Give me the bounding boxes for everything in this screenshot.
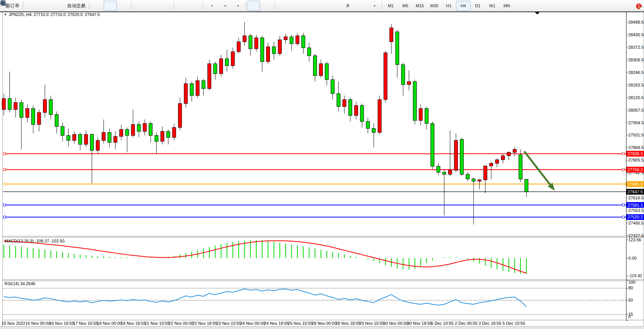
cursor-button[interactable]	[247, 1, 260, 11]
svg-text:1 Dec 10:55: 1 Dec 10:55	[431, 321, 453, 326]
profile-button[interactable]	[25, 1, 38, 11]
market-watch-button[interactable]	[38, 1, 51, 11]
svg-text:21 Nov 10:55: 21 Nov 10:55	[145, 321, 169, 326]
svg-text:28246.5: 28246.5	[628, 70, 644, 75]
svg-text:27838.3: 27838.3	[628, 151, 643, 156]
svg-text:0.00: 0.00	[628, 256, 636, 260]
periods-button[interactable]: ▼	[218, 1, 231, 11]
chart-plot-area[interactable]	[3, 16, 626, 236]
rsi-label: RSI(14) 34.2646	[5, 281, 35, 286]
timeframe-button-M1[interactable]: M1	[384, 1, 398, 11]
trendline-button[interactable]	[302, 1, 315, 11]
timeframe-button-H1[interactable]: H1	[442, 1, 456, 11]
divider	[89, 2, 89, 10]
svg-text:28435.5: 28435.5	[628, 32, 644, 37]
svg-text:27758.3: 27758.3	[628, 167, 643, 172]
timeframe-button-W1[interactable]: W1	[485, 1, 499, 11]
svg-text:24 Nov 00:00: 24 Nov 00:00	[240, 321, 265, 326]
svg-text:30 Nov 00:00: 30 Nov 00:00	[383, 321, 408, 326]
zoom-in-button[interactable]	[133, 1, 146, 11]
zoom-out-button[interactable]	[146, 1, 159, 11]
autotrading-button[interactable]: 自动交易	[64, 1, 87, 11]
svg-text:30 Nov 18:55: 30 Nov 18:55	[407, 321, 432, 326]
svg-text:0: 0	[628, 314, 631, 319]
divider	[131, 2, 132, 10]
svg-text:27427.5: 27427.5	[628, 233, 644, 238]
svg-text:27581.1: 27581.1	[628, 203, 643, 207]
divider	[203, 2, 203, 10]
divider	[173, 2, 174, 10]
horizontal-line-button[interactable]	[289, 1, 302, 11]
bar-chart-button[interactable]	[91, 1, 104, 11]
autotrading-label: 自动交易	[67, 3, 85, 9]
svg-text:25 Nov 10:55: 25 Nov 10:55	[288, 321, 313, 326]
svg-text:27931.5: 27931.5	[628, 133, 644, 137]
main-toolbar: 新订单 自动交易	[0, 0, 644, 12]
high-value: 27710.0	[51, 12, 66, 17]
svg-text:27520.2: 27520.2	[628, 215, 643, 219]
svg-text:27616.5: 27616.5	[628, 196, 644, 200]
add-indicator-button[interactable]: ▼	[205, 1, 218, 11]
svg-text:17 Nov 10:55: 17 Nov 10:55	[73, 321, 98, 326]
svg-text:28309.5: 28309.5	[628, 58, 644, 62]
svg-text:28183.5: 28183.5	[628, 83, 644, 87]
line-chart-button[interactable]	[117, 1, 130, 11]
fibonacci-button[interactable]: F	[328, 1, 341, 11]
collapse-triangle-icon[interactable]: ▼	[4, 13, 7, 16]
svg-text:28 Nov 00:00: 28 Nov 00:00	[312, 321, 336, 326]
svg-text:27490.5: 27490.5	[628, 221, 644, 225]
candlestick-chart-button[interactable]	[104, 1, 117, 11]
symbol-period-label: JPN225-,H4	[9, 12, 32, 17]
auto-scroll-button[interactable]	[175, 1, 188, 11]
text-icon: A	[346, 3, 350, 8]
svg-text:24 Nov 18:55: 24 Nov 18:55	[264, 321, 289, 326]
svg-text:23 Nov 10:55: 23 Nov 10:55	[216, 321, 241, 326]
chevron-down-icon: ▼	[237, 5, 239, 7]
timeframe-button-H4[interactable]: H4	[456, 1, 471, 11]
svg-text:27994.5: 27994.5	[628, 120, 644, 125]
crosshair-button[interactable]	[260, 1, 273, 11]
chart-title: ▼ JPN225-,H4 27710.0 27710.0 27620.0 276…	[4, 12, 100, 17]
svg-text:18 Nov 00:00: 18 Nov 00:00	[97, 321, 122, 326]
chart-shift-button[interactable]	[188, 1, 201, 11]
arrows-button[interactable]: ▼	[367, 1, 380, 11]
svg-text:28498.5: 28498.5	[628, 20, 644, 24]
svg-text:28057.5: 28057.5	[628, 108, 644, 112]
close-value: 27647.5	[85, 12, 100, 17]
chevron-down-icon: ▼	[211, 5, 214, 7]
svg-text:-119.42: -119.42	[628, 273, 642, 278]
low-value: 27620.0	[67, 12, 83, 17]
svg-text:28 Nov 18:55: 28 Nov 18:55	[336, 321, 360, 326]
divider	[382, 2, 382, 10]
divider	[245, 2, 246, 10]
svg-text:28120.5: 28120.5	[628, 95, 644, 100]
signals-button[interactable]	[51, 1, 64, 11]
svg-text:28372.5: 28372.5	[628, 45, 644, 50]
timeframe-button-MN[interactable]: MN	[499, 1, 514, 11]
equidistant-channel-button[interactable]: E	[315, 1, 328, 11]
svg-text:15 Nov 2022: 15 Nov 2022	[2, 321, 25, 326]
svg-text:29 Nov 10:55: 29 Nov 10:55	[360, 321, 384, 326]
timeframe-group: M1M5M15M30H1H4D1W1MN	[384, 1, 514, 11]
tile-windows-button[interactable]	[159, 1, 172, 11]
timeframe-button-M15[interactable]: M15	[413, 1, 427, 11]
text-button[interactable]: A	[341, 1, 354, 11]
svg-text:22 Nov 18:55: 22 Nov 18:55	[193, 321, 217, 326]
svg-text:2 Dec 00:00: 2 Dec 00:00	[455, 321, 477, 326]
text-label-button[interactable]: T	[354, 1, 367, 11]
vertical-line-button[interactable]	[276, 1, 289, 11]
timeframe-button-M30[interactable]: M30	[427, 1, 442, 11]
svg-text:16 Nov 18:55: 16 Nov 18:55	[49, 321, 74, 326]
svg-text:100: 100	[628, 280, 635, 284]
svg-text:50: 50	[628, 298, 633, 302]
chart-canvas: 28498.528435.528372.528309.528246.528183…	[0, 0, 644, 329]
divider	[23, 2, 23, 10]
mt4-window: 新订单 自动交易	[0, 0, 644, 329]
timeframe-button-M5[interactable]: M5	[398, 1, 413, 11]
svg-text:22 Nov 00:00: 22 Nov 00:00	[169, 321, 193, 326]
svg-text:123.56: 123.56	[628, 238, 641, 242]
svg-text:27805.5: 27805.5	[628, 158, 644, 162]
timeframe-button-D1[interactable]: D1	[471, 1, 485, 11]
templates-button[interactable]: ▼	[231, 1, 244, 11]
svg-text:16 Nov 00:00: 16 Nov 00:00	[26, 321, 50, 326]
